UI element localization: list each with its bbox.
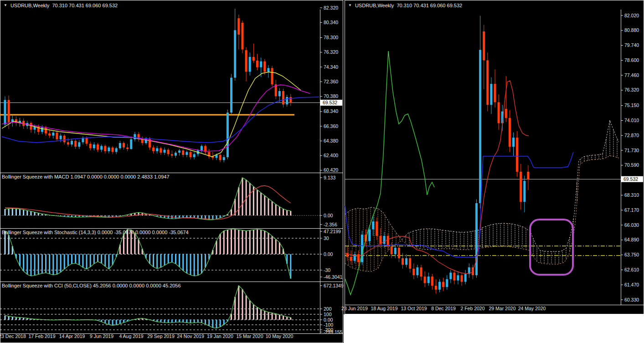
svg-text:-30: -30 — [324, 267, 330, 273]
ichimoku-cloud — [345, 120, 619, 271]
svg-text:64.380: 64.380 — [324, 138, 338, 143]
svg-text:24 May 2020: 24 May 2020 — [518, 306, 546, 311]
svg-text:78.600: 78.600 — [624, 57, 639, 63]
svg-text:82.020: 82.020 — [624, 13, 639, 18]
left-date-axis[interactable]: 23 Dec 201817 Feb 201914 Apr 20199 Jun 2… — [0, 333, 294, 339]
svg-text:9.133: 9.133 — [324, 175, 335, 180]
svg-text:-2.356: -2.356 — [324, 222, 337, 227]
svg-text:67.170: 67.170 — [624, 207, 639, 213]
charts-canvas[interactable]: 9.1330.00-2.35647.2199300.00-30-46.30416… — [0, 0, 644, 343]
svg-text:0.00: 0.00 — [324, 213, 333, 218]
svg-text:72.870: 72.870 — [624, 133, 639, 138]
svg-text:76.320: 76.320 — [624, 87, 639, 92]
svg-text:9 Jun 2019: 9 Jun 2019 — [90, 333, 113, 339]
svg-text:60.330: 60.330 — [624, 297, 639, 302]
right-date-axis[interactable]: 23 Jun 201918 Aug 201913 Oct 20198 Dec 2… — [341, 306, 546, 311]
purple-annotation-box[interactable] — [530, 220, 573, 275]
svg-text:14 Apr 2019: 14 Apr 2019 — [59, 333, 85, 339]
svg-text:13 Oct 2019: 13 Oct 2019 — [401, 306, 427, 311]
svg-text:10 May 2020: 10 May 2020 — [266, 333, 294, 339]
svg-text:69.532: 69.532 — [323, 100, 337, 105]
svg-text:30: 30 — [324, 235, 329, 241]
svg-text:72.360: 72.360 — [324, 79, 338, 84]
left-candles-layer[interactable] — [4, 9, 292, 162]
svg-text:200: 200 — [324, 306, 332, 312]
svg-text:79.740: 79.740 — [624, 42, 639, 48]
svg-text:2 Feb 2020: 2 Feb 2020 — [460, 306, 484, 311]
svg-text:24 Nov 2019: 24 Nov 2019 — [177, 333, 204, 339]
svg-text:8 Dec 2019: 8 Dec 2019 — [431, 306, 456, 311]
svg-text:64.890: 64.890 — [624, 237, 639, 242]
cci-indicator-label: Bollinger Squeeze with CCI (50,CLOSE) 45… — [2, 283, 181, 288]
svg-text:61.470: 61.470 — [624, 282, 639, 287]
svg-text:80.880: 80.880 — [624, 27, 639, 33]
svg-text:23 Dec 2018: 23 Dec 2018 — [0, 333, 26, 339]
svg-text:75.150: 75.150 — [624, 102, 639, 108]
svg-text:66.030: 66.030 — [624, 222, 639, 228]
svg-text:29 Sep 2019: 29 Sep 2019 — [147, 333, 175, 339]
svg-text:672.1349: 672.1349 — [324, 283, 344, 288]
svg-text:0.00: 0.00 — [324, 251, 333, 257]
svg-text:23 Jun 2019: 23 Jun 2019 — [341, 306, 368, 311]
svg-text:80.340: 80.340 — [324, 20, 338, 25]
svg-text:76.320: 76.320 — [324, 49, 338, 55]
svg-text:62.610: 62.610 — [624, 267, 639, 272]
stochastic-indicator-label: Bollinger Squeeze with Stochastic (14,3,… — [2, 230, 189, 235]
macd-panel[interactable]: 9.1330.00-2.356 — [0, 173, 343, 227]
svg-text:4 Aug 2019: 4 Aug 2019 — [119, 333, 143, 339]
svg-text:70.590: 70.590 — [624, 162, 639, 168]
svg-text:78.300: 78.300 — [324, 35, 338, 40]
svg-text:63.750: 63.750 — [624, 252, 639, 257]
right-candles-layer[interactable] — [346, 16, 530, 294]
svg-text:77.460: 77.460 — [624, 72, 639, 78]
svg-text:74.010: 74.010 — [624, 118, 639, 123]
svg-text:15 Mar 2020: 15 Mar 2020 — [237, 333, 263, 339]
svg-text:60.420: 60.420 — [324, 167, 338, 173]
svg-text:70.380: 70.380 — [324, 93, 338, 99]
svg-text:69.532: 69.532 — [623, 176, 638, 182]
cci-panel[interactable]: 672.13492001000.00-100-200-299.155 — [0, 282, 344, 335]
svg-text:47.2199: 47.2199 — [324, 229, 341, 234]
svg-text:82.320: 82.320 — [324, 5, 338, 10]
svg-text:19 Jan 2020: 19 Jan 2020 — [207, 333, 233, 339]
stochastic-panel[interactable]: 47.2199300.00-30-46.3041 — [0, 229, 343, 280]
right-price-axis[interactable]: 82.02080.88079.74078.60077.46076.32075.1… — [621, 10, 643, 305]
svg-text:18 Aug 2019: 18 Aug 2019 — [371, 306, 398, 311]
svg-text:74.340: 74.340 — [324, 64, 338, 70]
svg-text:71.730: 71.730 — [624, 148, 639, 153]
svg-text:100: 100 — [324, 312, 332, 317]
ichimoku-lines — [345, 51, 573, 295]
svg-text:68.340: 68.340 — [324, 108, 338, 114]
svg-text:66.360: 66.360 — [324, 123, 338, 129]
macd-indicator-label: Bollinger Squeeze with MACD 1.0947 0.000… — [2, 174, 170, 179]
svg-text:29 Mar 2020: 29 Mar 2020 — [489, 306, 516, 311]
svg-text:-46.3041: -46.3041 — [324, 274, 343, 280]
svg-text:68.310: 68.310 — [624, 192, 639, 198]
svg-text:17 Feb 2019: 17 Feb 2019 — [29, 333, 56, 339]
svg-text:62.400: 62.400 — [324, 153, 338, 158]
